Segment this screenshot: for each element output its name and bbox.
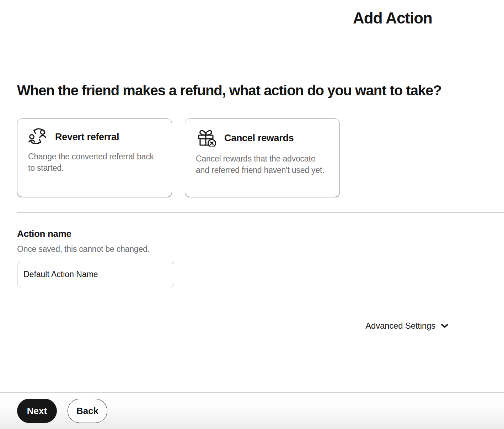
option-card-revert-referral[interactable]: Revert referral Change the converted ref… bbox=[17, 118, 172, 197]
option-description: Cancel rewards that the advocate and ref… bbox=[196, 153, 329, 176]
chevron-down-icon bbox=[441, 323, 449, 328]
option-title: Cancel rewards bbox=[224, 133, 294, 144]
card-header: Cancel rewards bbox=[196, 128, 329, 148]
revert-referral-icon bbox=[28, 128, 47, 146]
action-options: Revert referral Change the converted ref… bbox=[17, 118, 487, 197]
advanced-settings-toggle[interactable]: Advanced Settings bbox=[17, 321, 487, 331]
modal-footer: Next Back bbox=[0, 392, 504, 429]
option-title: Revert referral bbox=[55, 132, 119, 143]
card-header: Revert referral bbox=[28, 128, 161, 146]
modal-body: When the friend makes a refund, what act… bbox=[0, 82, 504, 331]
next-button[interactable]: Next bbox=[17, 399, 57, 423]
back-button[interactable]: Back bbox=[68, 399, 107, 423]
modal-header: Add Action bbox=[0, 0, 504, 45]
action-name-input[interactable] bbox=[17, 262, 174, 287]
option-card-cancel-rewards[interactable]: Cancel rewards Cancel rewards that the a… bbox=[185, 118, 340, 197]
action-name-label: Action name bbox=[17, 228, 487, 239]
section-divider bbox=[13, 303, 504, 303]
cancel-rewards-icon bbox=[196, 128, 216, 148]
action-name-hint: Once saved, this cannot be changed. bbox=[17, 244, 487, 254]
advanced-settings-label: Advanced Settings bbox=[365, 321, 435, 331]
option-description: Change the converted referral back to st… bbox=[28, 151, 161, 174]
page-title: Add Action bbox=[353, 9, 432, 27]
question-heading: When the friend makes a refund, what act… bbox=[17, 82, 487, 99]
section-divider bbox=[17, 212, 504, 213]
